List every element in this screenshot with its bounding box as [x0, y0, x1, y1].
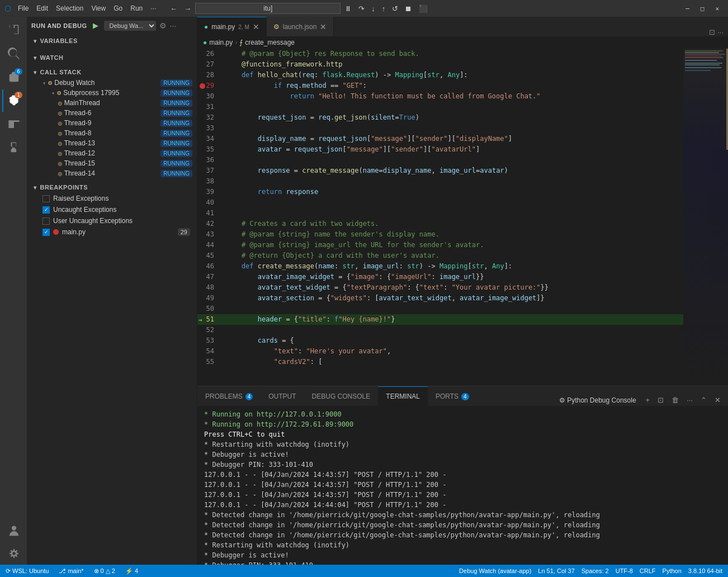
callstack-thread-thread6[interactable]: ◎ Thread-6 RUNNING [27, 108, 197, 118]
panel-tab-problems[interactable]: PROBLEMS 4 [197, 386, 261, 406]
kill-terminal-button[interactable]: 🗑 [669, 394, 682, 406]
status-spaces[interactable]: Spaces: 2 [579, 567, 611, 574]
bp-marker-29 [200, 83, 205, 89]
activity-test[interactable] [2, 136, 25, 159]
bp-user-uncaught[interactable]: User Uncaught Exceptions [27, 215, 197, 226]
minimize-button[interactable]: ─ [681, 4, 694, 13]
debug-settings-button[interactable]: ⚙ [159, 21, 167, 30]
bp-uncaught-exceptions[interactable]: ✓ Uncaught Exceptions [27, 204, 197, 215]
callstack-thread-thread14[interactable]: ◎ Thread-14 RUNNING [27, 168, 197, 178]
callstack-subprocess[interactable]: ▾ ⚙ Subprocess 17995 RUNNING [27, 88, 197, 98]
menu-more[interactable]: ··· [147, 3, 159, 13]
status-python-version[interactable]: 3.8.10 64-bit [686, 567, 725, 574]
menu-view[interactable]: View [88, 3, 109, 13]
status-position[interactable]: Ln 51, Col 37 [536, 567, 576, 574]
callstack-thread-thread13[interactable]: ◎ Thread-13 RUNNING [27, 138, 197, 148]
subprocess-label: Subprocess 17995 [63, 89, 119, 97]
callstack-thread-mainthread[interactable]: ◎ MainThread RUNNING [27, 98, 197, 108]
close-panel-button[interactable]: ✕ [712, 394, 724, 406]
menu-edit[interactable]: Edit [33, 3, 51, 13]
panel-tab-ports[interactable]: PORTS 4 [428, 386, 477, 406]
menu-go[interactable]: Go [110, 3, 126, 13]
activity-extensions[interactable] [2, 113, 25, 135]
panel-tab-debug-console[interactable]: DEBUG CONSOLE [304, 386, 379, 406]
status-debug-config[interactable]: Debug Watch (avatar-app) [457, 567, 533, 574]
debug-more-button[interactable]: ··· [170, 21, 177, 30]
main-py-close[interactable]: ✕ [253, 23, 259, 31]
line-num-49: 49 [197, 293, 221, 304]
terminal-more-button[interactable]: ··· [684, 394, 696, 406]
watch-header[interactable]: ▾ WATCH [27, 51, 197, 63]
bp-raised-checkbox[interactable] [42, 195, 50, 202]
status-encoding[interactable]: UTF-8 [613, 567, 635, 574]
panel-tab-output[interactable]: OUTPUT [261, 386, 304, 406]
nav-back-button[interactable]: ← [167, 3, 180, 15]
debug-step-into-button[interactable]: ↓ [368, 3, 378, 15]
split-terminal-button[interactable]: ⊡ [655, 394, 666, 406]
menu-file[interactable]: File [15, 3, 32, 13]
callstack-thread-thread9[interactable]: ◎ Thread-9 RUNNING [27, 118, 197, 128]
breadcrumb-file[interactable]: main.py [209, 39, 233, 46]
status-branch[interactable]: ⎇ main* [56, 567, 86, 575]
code-line-40: 40 [197, 197, 683, 208]
nav-forward-button[interactable]: → [181, 3, 194, 15]
activity-source-control[interactable]: 6 [2, 66, 25, 88]
debug-disconnect-button[interactable]: ⬛ [416, 3, 431, 15]
activity-account[interactable] [2, 520, 25, 542]
variables-header[interactable]: ▾ VARIABLES [27, 34, 197, 46]
status-language[interactable]: Python [660, 567, 684, 574]
breakpoints-header[interactable]: ▾ BREAKPOINTS [27, 181, 197, 193]
add-terminal-button[interactable]: + [643, 394, 653, 406]
bp-main-py-dot [53, 229, 59, 235]
callstack-thread-thread8[interactable]: ◎ Thread-8 RUNNING [27, 128, 197, 138]
code-line-42: 42 # Creates a card with two widgets. [197, 219, 683, 229]
debug-pause-button[interactable]: ⏸ [342, 3, 354, 15]
status-wsl[interactable]: ⟳ WSL: Ubuntu [3, 567, 51, 575]
menu-run[interactable]: Run [127, 3, 146, 13]
bp-raised-exceptions[interactable]: Raised Exceptions [27, 193, 197, 204]
code-line-35: 35 avatar = request_json["message"]["sen… [197, 144, 683, 155]
bp-uncaught-checkbox[interactable]: ✓ [42, 206, 50, 214]
bp-user-uncaught-checkbox[interactable] [42, 217, 50, 225]
status-eol[interactable]: CRLF [637, 567, 658, 574]
debug-stop-button[interactable]: ⏹ [402, 3, 415, 15]
close-button[interactable]: ✕ [711, 4, 724, 13]
run-debug-button[interactable]: ▶ [91, 20, 101, 31]
activity-explorer[interactable] [2, 19, 25, 41]
split-editor-button[interactable]: ⊡ [709, 28, 715, 36]
tab-launch-json[interactable]: ⚙ launch.json ✕ [267, 17, 334, 36]
maximize-button[interactable]: □ [696, 4, 709, 13]
debug-config-dropdown[interactable]: Debug Wa... [104, 21, 156, 31]
callstack-thread-thread12[interactable]: ◎ Thread-12 RUNNING [27, 148, 197, 158]
line-content-32: request_json = req.get_json(silent=True) [221, 112, 683, 123]
bp-main-py[interactable]: ✓ main.py 29 [27, 226, 197, 238]
callstack-thread-thread15[interactable]: ◎ Thread-15 RUNNING [27, 158, 197, 168]
tab-main-py[interactable]: ● main.py 2, M ✕ [197, 17, 267, 36]
status-errors[interactable]: ⊗ 0 △ 2 [92, 567, 117, 575]
code-line-39: 39 return response [197, 187, 683, 197]
menu-selection[interactable]: Selection [53, 3, 87, 13]
debug-step-over-button[interactable]: ↷ [356, 3, 367, 15]
activity-debug[interactable]: 1 [2, 89, 25, 112]
code-line-46: 46 def create_message(name: str, image_u… [197, 261, 683, 272]
callstack-debug-watch[interactable]: ▾ ⚙ Debug Watch RUNNING [27, 78, 197, 88]
line-content-30: return "Hello! This function must be cal… [221, 91, 683, 102]
callstack-title: CALL STACK [40, 69, 82, 75]
maximize-panel-button[interactable]: ⌃ [698, 394, 710, 406]
code-line-34: 34 display_name = request_json["message"… [197, 134, 683, 144]
callstack-header[interactable]: ▾ CALL STACK [27, 65, 197, 78]
breadcrumb-function[interactable]: create_message [245, 39, 295, 46]
activity-search[interactable] [2, 42, 25, 65]
launch-json-close[interactable]: ✕ [320, 23, 327, 31]
debug-step-out-button[interactable]: ↑ [379, 3, 389, 15]
bp-main-py-checkbox[interactable]: ✓ [42, 229, 50, 236]
panel-tab-terminal[interactable]: TERMINAL [378, 386, 428, 406]
status-ports[interactable]: ⚡ 4 [123, 567, 140, 575]
debug-restart-button[interactable]: ↺ [389, 3, 401, 15]
more-actions-button[interactable]: ··· [717, 28, 724, 36]
address-bar[interactable] [195, 3, 341, 14]
line-content-41 [221, 208, 683, 219]
code-editor[interactable]: 26 # @param {Object} res Response to sen… [197, 49, 683, 386]
activity-settings[interactable] [2, 542, 25, 565]
terminal-body[interactable]: * Running on http://127.0.0.1:9000 * Run… [197, 406, 728, 565]
